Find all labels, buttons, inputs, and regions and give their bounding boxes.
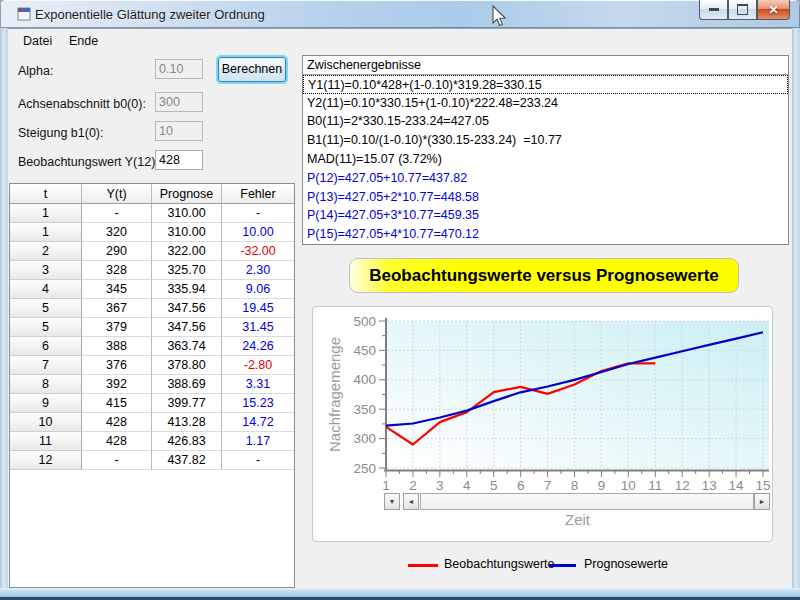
slope-label: Steigung b1(0): — [18, 126, 103, 140]
result-item[interactable]: Y2(11)=0.10*330.15+(1-0.10)*222.48=233.2… — [303, 94, 788, 113]
result-item[interactable]: Y1(11)=0.10*428+(1-0.10)*319.28=330.15 — [303, 75, 788, 94]
table-row[interactable]: 8392388.693.31 — [10, 375, 294, 394]
x-tick-label: 5 — [490, 478, 498, 493]
table-row[interactable]: 7376378.80-2.80 — [10, 356, 294, 375]
table-cell: 335.94 — [152, 280, 222, 299]
x-tick-label: 9 — [598, 478, 606, 493]
table-row[interactable]: 3328325.702.30 — [10, 261, 294, 280]
table-cell: 388 — [82, 337, 152, 356]
scrollbar-track[interactable] — [420, 493, 754, 510]
table-cell: 15.23 — [222, 394, 294, 413]
table-cell: 347.56 — [152, 299, 222, 318]
table-cell: 2.30 — [222, 261, 294, 280]
table-row[interactable]: 11428426.831.17 — [10, 432, 294, 451]
maximize-button[interactable] — [728, 0, 757, 20]
table-cell: 428 — [82, 432, 152, 451]
table-row[interactable]: 9415399.7715.23 — [10, 394, 294, 413]
x-tick-label: 10 — [621, 478, 636, 493]
table-cell: 378.80 — [152, 356, 222, 375]
observation-field[interactable] — [155, 150, 203, 170]
table-cell: 9.06 — [222, 280, 294, 299]
chevron-down-icon[interactable]: ▼ — [384, 493, 400, 510]
app-icon — [17, 7, 31, 21]
table-header: Prognose — [152, 184, 222, 204]
table-row[interactable]: 2290322.00-32.00 — [10, 242, 294, 261]
table-cell: 345 — [82, 280, 152, 299]
table-cell: 367 — [82, 299, 152, 318]
table-header: Y(t) — [82, 184, 152, 204]
table-cell: 413.28 — [152, 413, 222, 432]
table-row[interactable]: 5379347.5631.45 — [10, 318, 294, 337]
table-cell: 325.70 — [152, 261, 222, 280]
result-item[interactable]: P(15)=427.05+4*10.77=470.12 — [303, 225, 788, 244]
row-header-cell: 5 — [10, 299, 82, 318]
arrow-right-icon[interactable]: ► — [754, 493, 770, 510]
table-cell: 3.31 — [222, 375, 294, 394]
row-header-cell: 7 — [10, 356, 82, 375]
x-tick-label: 4 — [463, 478, 471, 493]
result-item[interactable]: B0(11)=2*330.15-233.24=427.05 — [303, 112, 788, 131]
titlebar[interactable]: Exponentielle Glättung zweiter Ordnung ✕ — [0, 0, 800, 29]
row-header-cell: 1 — [10, 204, 82, 223]
result-item[interactable]: P(13)=427.05+2*10.77=448.58 — [303, 188, 788, 207]
menu-item-ende[interactable]: Ende — [62, 32, 105, 50]
result-item[interactable]: P(12)=427.05+10.77=437.82 — [303, 169, 788, 188]
x-tick-label: 3 — [436, 478, 444, 493]
result-item[interactable]: B1(11)=0.10/(1-0.10)*(330.15-233.24) =10… — [303, 131, 788, 150]
intercept-field[interactable] — [155, 92, 203, 112]
window-border-right — [792, 28, 800, 588]
result-item[interactable]: MAD(11)=15.07 (3.72%) — [303, 150, 788, 169]
alpha-label: Alpha: — [18, 64, 53, 78]
table-cell: 379 — [82, 318, 152, 337]
table-row[interactable]: 1-310.00- — [10, 204, 294, 223]
y-tick-label: 300 — [353, 431, 376, 446]
results-listbox[interactable]: ZwischenergebnisseY1(11)=0.10*428+(1-0.1… — [302, 55, 789, 245]
slope-field[interactable] — [155, 121, 203, 141]
legend-label-forecast: Prognosewerte — [584, 557, 668, 571]
table-row[interactable]: 12-437.82- — [10, 451, 294, 470]
table-cell: 376 — [82, 356, 152, 375]
result-item[interactable]: P(14)=427.05+3*10.77=459.35 — [303, 206, 788, 225]
chart-panel: 250300350400450500123456789101112131415N… — [312, 306, 773, 542]
table-row[interactable]: 1320310.0010.00 — [10, 223, 294, 242]
close-button[interactable]: ✕ — [757, 0, 790, 20]
y-axis-title: Nachfragemenge — [326, 337, 343, 452]
calculate-button[interactable]: Berechnen — [218, 57, 286, 82]
arrow-left-icon[interactable]: ◄ — [403, 493, 419, 510]
table-rows: 1-310.00-1320310.0010.002290322.00-32.00… — [10, 204, 294, 470]
window-title: Exponentielle Glättung zweiter Ordnung — [35, 7, 265, 22]
table-row[interactable]: 10428413.2814.72 — [10, 413, 294, 432]
row-header-cell: 8 — [10, 375, 82, 394]
x-tick-label: 15 — [755, 478, 770, 493]
table-cell: 347.56 — [152, 318, 222, 337]
menu-item-datei[interactable]: Datei — [16, 32, 59, 50]
table-cell: 322.00 — [152, 242, 222, 261]
result-item[interactable]: Zwischenergebnisse — [303, 56, 788, 75]
row-header-cell: 3 — [10, 261, 82, 280]
row-header-cell: 4 — [10, 280, 82, 299]
row-header-cell: 6 — [10, 337, 82, 356]
x-tick-label: 13 — [702, 478, 717, 493]
legend-swatch-forecast — [549, 564, 576, 567]
table-row[interactable]: 6388363.7424.26 — [10, 337, 294, 356]
table-row[interactable]: 4345335.949.06 — [10, 280, 294, 299]
y-tick-label: 500 — [353, 314, 376, 329]
row-header-cell: 9 — [10, 394, 82, 413]
minimize-button[interactable] — [699, 0, 728, 20]
table-cell: 399.77 — [152, 394, 222, 413]
x-tick-label: 2 — [409, 478, 417, 493]
table-cell: 310.00 — [152, 204, 222, 223]
maximize-icon — [737, 4, 748, 15]
table-cell: 428 — [82, 413, 152, 432]
table-cell: 328 — [82, 261, 152, 280]
table-cell: 31.45 — [222, 318, 294, 337]
chart-scrollbar: ▼ ◄ ► — [384, 493, 770, 510]
table-cell: - — [222, 451, 294, 470]
observation-label: Beobachtungswert Y(12): — [18, 155, 159, 169]
app-window: Exponentielle Glättung zweiter Ordnung ✕… — [0, 0, 800, 600]
window-border-left — [0, 28, 8, 588]
table-row[interactable]: 5367347.5619.45 — [10, 299, 294, 318]
alpha-field[interactable] — [155, 59, 203, 79]
x-tick-label: 12 — [675, 478, 690, 493]
table-cell: 290 — [82, 242, 152, 261]
